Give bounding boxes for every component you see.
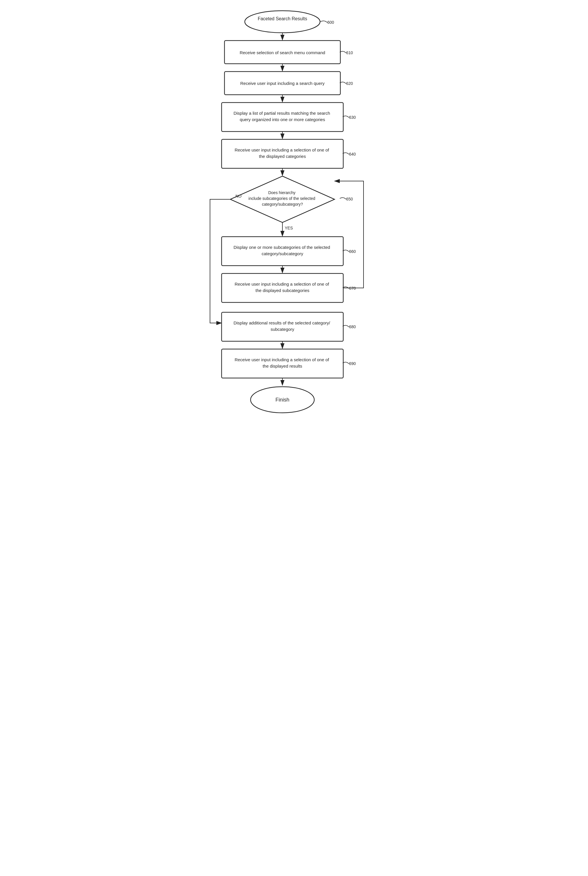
bracket-680 xyxy=(343,326,349,327)
finish-label: Finish xyxy=(276,397,290,403)
ref-690: 690 xyxy=(349,361,356,366)
flowchart-container: Faceted Search Results 600 Receive selec… xyxy=(193,6,395,441)
label-610: Receive selection of search menu command xyxy=(240,50,325,55)
bracket-640 xyxy=(343,153,349,154)
ref-610: 610 xyxy=(346,50,353,55)
ref-680: 680 xyxy=(349,324,356,329)
label-no: NO xyxy=(236,194,242,198)
ref-630: 630 xyxy=(349,115,356,120)
start-oval xyxy=(245,11,320,33)
ref-650: 650 xyxy=(346,197,353,201)
ref-640: 640 xyxy=(349,152,356,156)
label-620: Receive user input including a search qu… xyxy=(240,81,325,86)
ref-600-bracket xyxy=(320,21,327,22)
bracket-610 xyxy=(340,51,346,53)
start-label: Faceted Search Results xyxy=(258,16,308,21)
label-yes: YES xyxy=(285,226,293,230)
bracket-660 xyxy=(343,250,349,252)
bracket-650 xyxy=(340,198,346,199)
ref-620: 620 xyxy=(346,81,353,86)
ref-660: 660 xyxy=(349,249,356,254)
bracket-690 xyxy=(343,362,349,364)
bracket-630 xyxy=(343,116,349,118)
ref-600: 600 xyxy=(327,20,334,25)
flowchart-svg: Faceted Search Results 600 Receive selec… xyxy=(193,6,395,440)
bracket-620 xyxy=(340,82,346,84)
